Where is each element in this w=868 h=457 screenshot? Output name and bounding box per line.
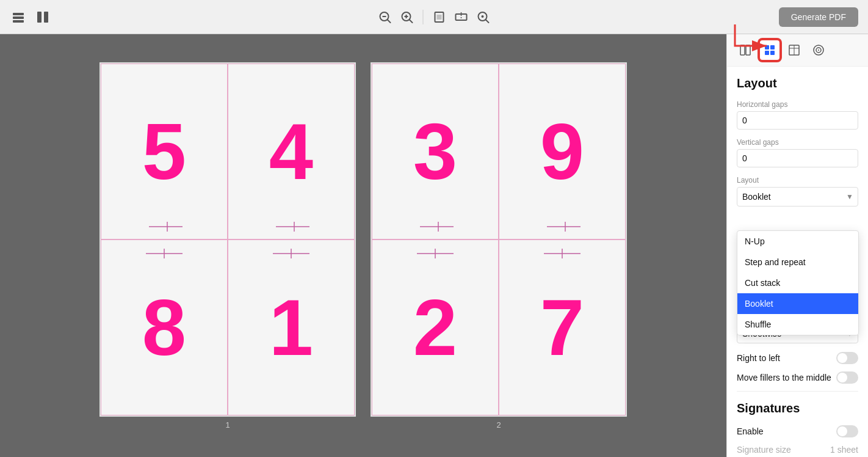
layout-dropdown[interactable]: N-Up Step and repeat Cut stack Booklet S… bbox=[737, 230, 859, 335]
svg-rect-37 bbox=[765, 45, 769, 49]
layout-select[interactable]: Booklet bbox=[737, 187, 858, 207]
number-3: 3 bbox=[413, 112, 457, 191]
cross-mark-3 bbox=[417, 221, 454, 233]
number-7: 7 bbox=[540, 288, 584, 367]
page-2-wrapper: 3 9 bbox=[371, 62, 627, 430]
dropdown-shuffle[interactable]: Shuffle bbox=[737, 314, 858, 335]
layout-label: Layout bbox=[737, 176, 858, 185]
move-fillers-label: Move fillers to the middle bbox=[737, 373, 831, 382]
layout-select-wrapper: Booklet ▼ bbox=[737, 187, 858, 207]
right-to-left-toggle[interactable] bbox=[836, 352, 858, 364]
canvas-area: 5 4 bbox=[0, 34, 726, 457]
svg-rect-13 bbox=[437, 15, 442, 20]
signatures-section-title: Signatures bbox=[737, 401, 858, 415]
cross-mark-4 bbox=[273, 221, 309, 233]
section-divider-1 bbox=[737, 391, 858, 392]
dropdown-cut-stack[interactable]: Cut stack bbox=[737, 272, 858, 293]
toolbar-right: Generate PDF bbox=[779, 7, 858, 27]
cell-8: 8 bbox=[101, 239, 228, 415]
cell-2: 2 bbox=[372, 239, 499, 415]
page-1-label: 1 bbox=[225, 420, 230, 430]
cross-mark-1-top bbox=[270, 246, 313, 263]
signatures-enable-toggle[interactable] bbox=[836, 425, 858, 437]
fit-width-button[interactable] bbox=[453, 9, 470, 26]
svg-line-18 bbox=[486, 20, 489, 23]
dropdown-n-up[interactable]: N-Up bbox=[737, 231, 858, 252]
svg-point-46 bbox=[818, 49, 819, 51]
panel-icon-target[interactable] bbox=[808, 39, 830, 61]
svg-rect-36 bbox=[746, 45, 750, 55]
cell-1: 1 bbox=[228, 239, 355, 415]
toolbar-separator bbox=[423, 10, 424, 24]
zoom-in-button[interactable] bbox=[399, 9, 416, 26]
number-4: 4 bbox=[269, 112, 313, 191]
cell-9: 9 bbox=[499, 64, 626, 239]
svg-rect-1 bbox=[13, 16, 24, 19]
svg-rect-39 bbox=[765, 51, 769, 55]
signature-size-value: 1 sheet bbox=[830, 445, 858, 455]
vertical-gaps-label: Vertical gaps bbox=[737, 138, 858, 147]
cell-3: 3 bbox=[372, 64, 499, 239]
svg-line-7 bbox=[388, 20, 391, 23]
cross-mark-5 bbox=[146, 221, 183, 233]
cell-5: 5 bbox=[101, 64, 228, 239]
page-2-label: 2 bbox=[496, 420, 501, 430]
signatures-enable-row: Enable bbox=[737, 425, 858, 437]
toolbar-center bbox=[377, 9, 492, 26]
cross-mark-2-top bbox=[414, 246, 457, 263]
vertical-gaps-input[interactable] bbox=[737, 149, 858, 167]
right-to-left-row: Right to left bbox=[737, 352, 858, 364]
panel-icon-table[interactable] bbox=[783, 39, 805, 61]
number-5: 5 bbox=[142, 112, 186, 191]
dropdown-step-repeat[interactable]: Step and repeat bbox=[737, 252, 858, 272]
fit-page-button[interactable] bbox=[431, 9, 448, 26]
generate-pdf-button[interactable]: Generate PDF bbox=[779, 7, 858, 27]
svg-rect-2 bbox=[13, 20, 24, 23]
panel-icons bbox=[727, 34, 868, 67]
page-1: 5 4 bbox=[99, 62, 356, 417]
svg-rect-0 bbox=[13, 13, 24, 15]
cross-mark-9 bbox=[544, 221, 580, 233]
move-fillers-toggle[interactable] bbox=[836, 371, 858, 384]
svg-point-17 bbox=[482, 15, 484, 18]
signature-size-label: Signature size bbox=[737, 445, 791, 455]
signature-size-row: Signature size 1 sheet bbox=[737, 445, 858, 455]
cross-mark-8-top bbox=[143, 246, 186, 263]
number-9: 9 bbox=[540, 112, 584, 191]
layout-section-title: Layout bbox=[737, 76, 858, 90]
svg-line-11 bbox=[410, 20, 413, 23]
page-1-wrapper: 5 4 bbox=[99, 62, 356, 430]
right-panel: Layout Horizontal gaps Vertical gaps Lay… bbox=[726, 34, 868, 457]
rows-icon[interactable] bbox=[10, 9, 27, 26]
move-fillers-row: Move fillers to the middle bbox=[737, 371, 858, 384]
number-1: 1 bbox=[269, 288, 313, 367]
zoom-out-button[interactable] bbox=[377, 9, 394, 26]
panel-icon-columns[interactable] bbox=[734, 39, 756, 61]
cell-7: 7 bbox=[499, 239, 626, 415]
signatures-enable-label: Enable bbox=[737, 426, 764, 436]
svg-rect-4 bbox=[44, 12, 48, 23]
horizontal-gaps-input[interactable] bbox=[737, 111, 858, 130]
svg-rect-38 bbox=[770, 45, 775, 49]
svg-rect-3 bbox=[37, 12, 42, 23]
main-area: 5 4 bbox=[0, 34, 868, 457]
svg-rect-40 bbox=[770, 51, 775, 55]
zoom-actual-button[interactable] bbox=[475, 9, 492, 26]
number-8: 8 bbox=[142, 288, 186, 367]
pages-container: 5 4 bbox=[99, 62, 627, 430]
svg-rect-35 bbox=[740, 45, 745, 55]
number-2: 2 bbox=[413, 288, 457, 367]
panel-content: Layout Horizontal gaps Vertical gaps Lay… bbox=[727, 67, 868, 457]
cross-mark-7-top bbox=[541, 246, 584, 263]
horizontal-gaps-label: Horizontal gaps bbox=[737, 100, 858, 109]
page-2: 3 9 bbox=[371, 62, 627, 417]
toolbar: Generate PDF bbox=[0, 0, 868, 34]
panel-icon-grid[interactable] bbox=[759, 39, 781, 61]
right-to-left-label: Right to left bbox=[737, 353, 780, 363]
toolbar-left bbox=[10, 9, 51, 26]
columns-icon[interactable] bbox=[34, 9, 51, 26]
dropdown-booklet[interactable]: Booklet bbox=[737, 293, 858, 314]
cell-4: 4 bbox=[228, 64, 355, 239]
